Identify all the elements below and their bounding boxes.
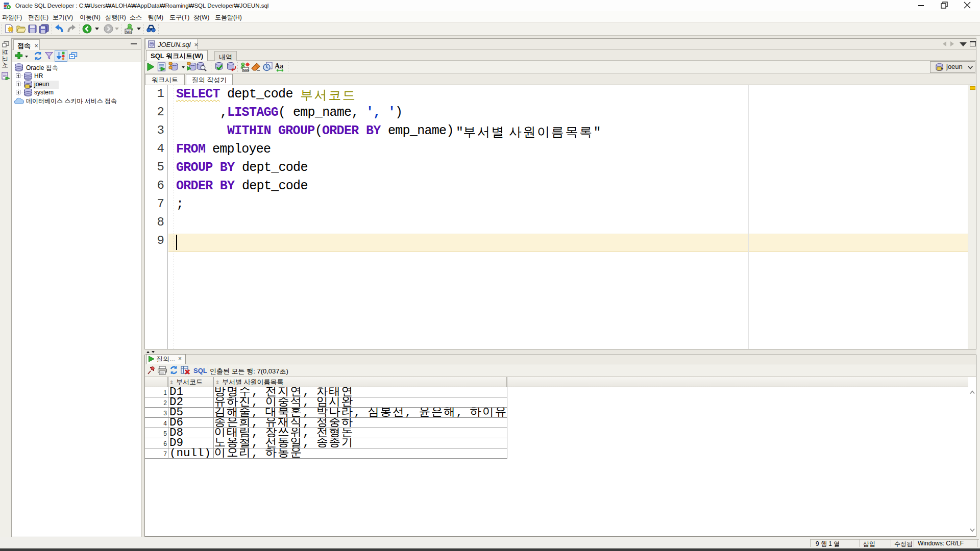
svg-text:SOL: SOL xyxy=(243,68,250,71)
svg-text:Aa: Aa xyxy=(275,62,283,70)
svg-text:SOL: SOL xyxy=(126,30,132,34)
